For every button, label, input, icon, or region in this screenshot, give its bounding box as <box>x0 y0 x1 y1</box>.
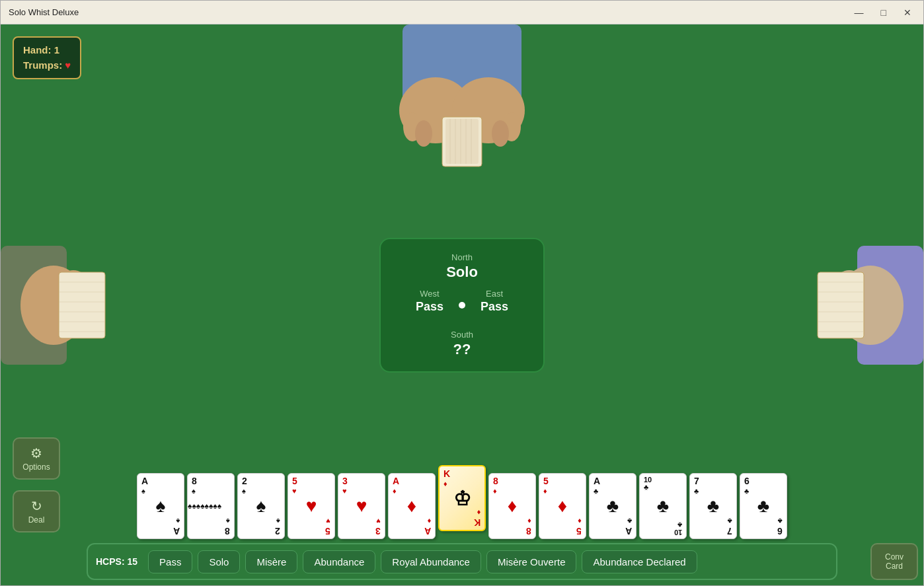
card-suit-center: ♠ <box>256 497 266 515</box>
card-8d[interactable]: 8♦ ♦ 8♦ <box>488 473 536 539</box>
south-direction: South <box>401 330 523 340</box>
conv-card-label: Conv Card <box>878 552 910 571</box>
card-rank-bottom: 8♠ <box>225 517 230 536</box>
card-3h[interactable]: 3♥ ♥ 3♥ <box>338 473 385 539</box>
card-rank-top: 3♥ <box>342 476 348 495</box>
card-rank-top: 7♣ <box>694 476 699 495</box>
card-rank-top: 2♠ <box>242 476 247 495</box>
card-rank-bottom: A♠ <box>173 517 180 536</box>
card-rank-bottom: 6♣ <box>777 517 783 536</box>
card-rank-bottom: 5♦ <box>576 517 582 536</box>
card-5h[interactable]: 5♥ ♥ 5♥ <box>288 473 335 539</box>
west-player-hand <box>1 206 120 404</box>
south-bid: ?? <box>401 341 523 358</box>
card-suit-center: ♦ <box>407 497 416 515</box>
card-rank-top: 8♦ <box>493 476 498 495</box>
card-rank-top: A♣ <box>594 476 600 495</box>
card-rank-top: 8♠ <box>192 476 197 495</box>
refresh-icon: ↻ <box>22 498 51 514</box>
west-side: West Pass <box>401 289 459 322</box>
north-player-hand <box>363 24 561 176</box>
card-pips: ♠♠♠♠♠♠♠♠ <box>188 501 234 511</box>
hcps-label: HCPS: 15 <box>96 556 137 567</box>
royal-abundance-button[interactable]: Royal Abundance <box>381 550 481 573</box>
card-as[interactable]: A♠ ♠ A♠ <box>137 473 184 539</box>
window-controls: — □ ✕ <box>851 6 915 19</box>
hand-label: Hand: 1 <box>23 43 71 58</box>
card-rank-bottom: 3♥ <box>375 517 381 536</box>
card-rank-bottom: 5♥ <box>325 517 330 536</box>
hand-info: Hand: 1 Trumps: ♥ <box>13 36 81 79</box>
svg-point-4 <box>415 120 432 147</box>
card-rank-bottom: A♦ <box>424 517 431 536</box>
east-bid: Pass <box>465 300 523 314</box>
card-rank-top: 6♣ <box>744 476 750 495</box>
options-button[interactable]: ⚙ Options <box>13 437 60 480</box>
card-kd[interactable]: K♦ ♔ K♦ <box>438 465 486 531</box>
west-direction: West <box>401 289 459 299</box>
minimize-button[interactable]: — <box>851 6 868 19</box>
card-rank-top: 5♥ <box>292 476 297 495</box>
action-bar: HCPS: 15 Pass Solo Misère Abundance Roya… <box>87 543 837 580</box>
card-2s[interactable]: 2♠ ♠ 2♠ <box>237 473 285 539</box>
west-bid: Pass <box>401 300 459 314</box>
card-rank-bottom: 8♦ <box>526 517 531 536</box>
maximize-button[interactable]: □ <box>877 6 890 19</box>
north-direction: North <box>401 252 523 262</box>
abundance-declared-button[interactable]: Abundance Declared <box>582 550 697 573</box>
title-bar: Solo Whist Deluxe — □ ✕ <box>1 1 923 24</box>
game-window: Solo Whist Deluxe — □ ✕ Hand: 1 Trumps: … <box>0 0 924 586</box>
card-suit-center: ♣ <box>707 497 719 515</box>
options-label: Options <box>22 462 50 472</box>
card-ac[interactable]: A♣ ♣ A♣ <box>589 473 636 539</box>
west-hand-svg <box>1 206 120 404</box>
east-hand-svg <box>804 206 923 404</box>
card-suit-center: ♥ <box>306 497 317 515</box>
card-suit-center: ♣ <box>657 497 669 515</box>
east-direction: East <box>465 289 523 299</box>
card-suit-center: ♥ <box>356 497 367 515</box>
card-8s[interactable]: 8♠ ♠♠♠♠♠♠♠♠ 8♠ <box>187 473 235 539</box>
card-6c[interactable]: 6♣ ♣ 6♣ <box>740 473 787 539</box>
deal-label: Deal <box>28 515 45 525</box>
solo-button[interactable]: Solo <box>198 550 240 573</box>
misere-ouverte-button[interactable]: Misère Ouverte <box>486 550 577 573</box>
close-button[interactable]: ✕ <box>900 6 915 19</box>
card-suit-center: ♣ <box>757 497 769 515</box>
east-player-hand <box>804 206 923 404</box>
card-5d[interactable]: 5♦ ♦ 5♦ <box>539 473 586 539</box>
card-rank-top: A♦ <box>393 476 399 495</box>
card-suit-center: ♦ <box>508 497 517 515</box>
card-ad[interactable]: A♦ ♦ A♦ <box>388 473 436 539</box>
pass-button[interactable]: Pass <box>148 550 192 573</box>
abundance-button[interactable]: Abundance <box>303 550 375 573</box>
center-dot <box>459 302 465 309</box>
game-area: Hand: 1 Trumps: ♥ <box>1 24 923 585</box>
north-bid: Solo <box>401 264 523 281</box>
card-suit-center: ♠ <box>156 497 166 515</box>
card-10c[interactable]: 10♣ ♣ 10♣ <box>639 473 687 539</box>
card-rank-bottom: K♦ <box>474 509 481 527</box>
card-rank-bottom: 7♣ <box>727 517 732 536</box>
card-rank-top: K♦ <box>443 469 450 488</box>
deal-button[interactable]: ↻ Deal <box>13 490 60 532</box>
trump-suit: ♥ <box>65 59 71 71</box>
card-rank-top: 10♣ <box>644 476 652 491</box>
north-hand-svg <box>363 24 561 176</box>
card-rank-bottom: 2♠ <box>275 517 280 536</box>
gear-icon: ⚙ <box>22 445 51 461</box>
card-suit-center: ♣ <box>607 497 619 515</box>
card-rank-bottom: 10♣ <box>674 521 682 536</box>
card-rank-bottom: A♣ <box>625 517 632 536</box>
card-rank-top: 5♦ <box>543 476 549 495</box>
player-hand: A♠ ♠ A♠ 8♠ ♠♠♠♠♠♠♠♠ 8♠ 2♠ ♠ 2♠ 5♥ ♥ 5♥ <box>137 473 787 539</box>
bid-middle-row: West Pass East Pass <box>401 289 523 322</box>
conv-card-button[interactable]: Conv Card <box>870 543 918 580</box>
card-suit-center: ♦ <box>558 497 567 515</box>
card-face-art: ♔ <box>453 487 471 510</box>
card-rank-top: A♠ <box>141 476 148 495</box>
misere-button[interactable]: Misère <box>245 550 297 573</box>
card-7c[interactable]: 7♣ ♣ 7♣ <box>689 473 737 539</box>
svg-point-6 <box>492 120 509 147</box>
south-section: South ?? <box>401 330 523 358</box>
